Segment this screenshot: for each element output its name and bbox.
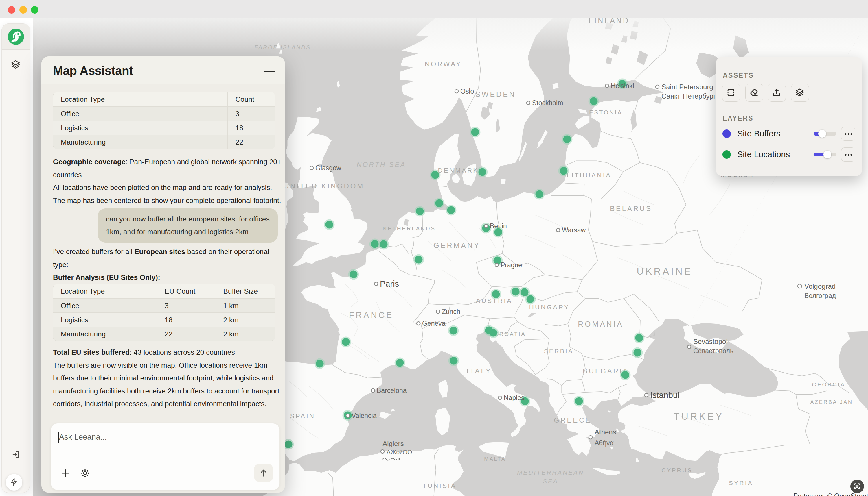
svg-text:Stockholm: Stockholm xyxy=(532,99,563,107)
svg-text:MALTA: MALTA xyxy=(484,456,506,462)
svg-text:Istanbul: Istanbul xyxy=(650,390,680,400)
svg-text:GREECE: GREECE xyxy=(554,416,592,424)
svg-text:TURKEY: TURKEY xyxy=(674,411,724,422)
svg-text:Paris: Paris xyxy=(380,279,399,289)
svg-text:Barcelona: Barcelona xyxy=(377,387,407,394)
svg-text:Algiers: Algiers xyxy=(383,440,404,447)
svg-text:Αθήνα: Αθήνα xyxy=(595,439,614,447)
svg-text:Berlin: Berlin xyxy=(490,222,507,230)
svg-text:Севастополь: Севастополь xyxy=(693,347,733,355)
svg-text:CYPRUS: CYPRUS xyxy=(661,467,692,474)
svg-text:Valencia: Valencia xyxy=(351,412,377,419)
svg-text:SWEDEN: SWEDEN xyxy=(475,90,516,98)
svg-text:UKRAINE: UKRAINE xyxy=(637,266,693,277)
svg-text:HUNGARY: HUNGARY xyxy=(529,304,570,311)
svg-text:Prague: Prague xyxy=(500,261,522,269)
svg-text:Volgograd: Volgograd xyxy=(804,282,836,290)
svg-text:BELARUS: BELARUS xyxy=(610,205,652,213)
svg-text:SERBIA: SERBIA xyxy=(544,348,573,354)
svg-text:ITALY: ITALY xyxy=(466,367,492,375)
svg-text:ESTONIA: ESTONIA xyxy=(589,109,622,115)
svg-text:GEORGIA: GEORGIA xyxy=(812,382,845,388)
svg-text:UNITED KINGDOM: UNITED KINGDOM xyxy=(284,182,364,190)
svg-text:Saint Petersburg: Saint Petersburg xyxy=(661,83,713,91)
svg-text:CROATIA: CROATIA xyxy=(494,331,526,337)
svg-text:Санкт-Петербург: Санкт-Петербург xyxy=(661,92,716,100)
svg-text:Glasgow: Glasgow xyxy=(315,164,341,172)
svg-text:SPAIN: SPAIN xyxy=(290,413,315,420)
svg-text:ΛЖοžΘΟ: ΛЖοžΘΟ xyxy=(387,449,412,455)
svg-text:GERMANY: GERMANY xyxy=(433,241,480,249)
svg-text:Naples: Naples xyxy=(504,394,525,402)
svg-text:Athens: Athens xyxy=(595,428,616,436)
svg-text:SYRIA: SYRIA xyxy=(729,480,753,486)
svg-text:NORWAY: NORWAY xyxy=(425,60,462,68)
svg-text:NORTH SEA: NORTH SEA xyxy=(357,161,406,169)
svg-text:Zurich: Zurich xyxy=(442,308,460,315)
svg-text:NETHERLANDS: NETHERLANDS xyxy=(383,226,435,232)
svg-text:FRANCE: FRANCE xyxy=(349,310,393,320)
svg-text:FAROE ISLANDS: FAROE ISLANDS xyxy=(255,44,311,50)
svg-text:ROMANIA: ROMANIA xyxy=(578,320,624,328)
svg-text:TUNISIA: TUNISIA xyxy=(422,482,457,489)
svg-text:Helsinki: Helsinki xyxy=(611,82,634,90)
svg-text:Geneva: Geneva xyxy=(422,320,446,327)
svg-text:FINLAND: FINLAND xyxy=(588,18,630,25)
svg-text:LITHUANIA: LITHUANIA xyxy=(567,172,612,179)
svg-text:DENMARK: DENMARK xyxy=(438,167,479,174)
svg-text:Warsaw: Warsaw xyxy=(562,226,586,234)
svg-text:Sevastopol: Sevastopol xyxy=(693,338,728,345)
svg-text:Волгоград: Волгоград xyxy=(804,292,836,299)
svg-text:Oslo: Oslo xyxy=(460,88,474,95)
svg-text:MEDITERRANEAN: MEDITERRANEAN xyxy=(517,469,584,476)
svg-text:AZERBAIJAN: AZERBAIJAN xyxy=(810,399,853,405)
svg-text:SEA: SEA xyxy=(543,478,558,484)
